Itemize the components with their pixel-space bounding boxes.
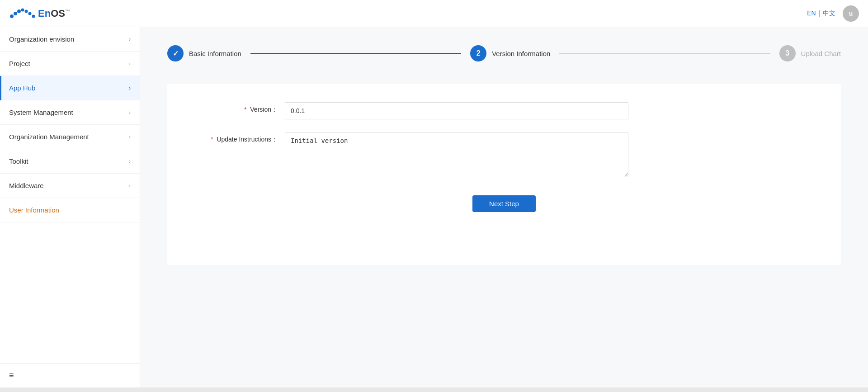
lang-en[interactable]: EN [807,9,816,17]
next-step-button[interactable]: Next Step [472,195,536,212]
lang-separator: | [818,9,820,17]
version-row: * Version： [194,102,814,119]
sidebar-item-user-information[interactable]: User Information [0,198,140,222]
sidebar-item-project[interactable]: Project › [0,52,140,76]
step-3-number: 3 [785,49,789,57]
svg-point-2 [17,9,21,13]
step-1-circle: ✓ [167,45,184,61]
top-header: EnOS™ EN | 中文 u [0,0,868,27]
svg-point-3 [21,8,24,11]
svg-point-5 [28,12,32,15]
step-connector-2 [559,53,770,54]
version-label: * Version： [194,102,285,114]
sidebar-collapse-button[interactable]: ≡ [0,363,140,387]
chevron-icon: › [129,109,131,116]
sidebar-item-app-hub[interactable]: App Hub › [0,76,140,100]
sidebar-item-toolkit[interactable]: Toolkit › [0,149,140,174]
logo-svg [9,7,36,20]
user-avatar[interactable]: u [843,5,859,22]
svg-point-0 [10,14,14,18]
step-3-label: Upload Chart [801,50,841,57]
step-2-circle: 2 [470,45,486,61]
step-1-label: Basic Information [189,50,241,57]
step-upload-chart: 3 Upload Chart [779,45,841,61]
update-label: * Update Instructions： [194,132,285,144]
sidebar-item-system-management[interactable]: System Management › [0,100,140,125]
sidebar-label-toolkit: Toolkit [9,157,28,165]
svg-point-6 [32,14,35,18]
update-required: * [211,136,213,143]
sidebar-label-project: Project [9,60,30,67]
step-3-circle: 3 [779,45,796,61]
collapse-icon: ≡ [9,371,14,380]
sidebar-label-middleware: Middleware [9,182,44,189]
chevron-icon: › [129,36,131,43]
svg-point-4 [25,9,28,13]
version-input[interactable] [285,102,628,119]
sidebar-item-organization-management[interactable]: Organization Management › [0,125,140,149]
sidebar-item-organization-envision[interactable]: Organization envision › [0,27,140,52]
chevron-icon: › [129,61,131,67]
bottom-bar [0,387,868,392]
lang-zh[interactable]: 中文 [823,9,835,17]
sidebar-label-organization-management: Organization Management [9,133,89,141]
step-basic-information: ✓ Basic Information [167,45,241,61]
version-form: * Version： * Update Instructions： Initia… [167,84,841,265]
sidebar-label-app-hub: App Hub [9,84,35,92]
chevron-icon: › [129,134,131,140]
logo-dots [9,7,36,20]
chevron-icon: › [129,183,131,189]
sidebar: Organization envision › Project › App Hu… [0,27,140,387]
update-instructions-textarea[interactable]: Initial version [285,132,628,177]
update-instructions-row: * Update Instructions： Initial version [194,132,814,177]
step-1-check: ✓ [173,49,179,58]
update-label-text: Update Instructions： [217,136,278,143]
svg-point-1 [14,12,17,15]
main-content: ✓ Basic Information 2 Version Informatio… [140,27,868,387]
step-version-information: 2 Version Information [470,45,550,61]
logo-text: EnOS™ [38,8,70,19]
layout: Organization envision › Project › App Hu… [0,27,868,387]
sidebar-item-middleware[interactable]: Middleware › [0,174,140,198]
language-switcher[interactable]: EN | 中文 [807,9,835,18]
chevron-icon: › [129,85,131,91]
header-right: EN | 中文 u [807,5,859,22]
version-required: * [244,106,246,113]
sidebar-label-user-information: User Information [9,206,59,214]
step-indicator: ✓ Basic Information 2 Version Informatio… [167,45,841,61]
chevron-icon: › [129,158,131,165]
version-label-text: Version： [250,106,278,113]
step-connector-1 [250,53,461,54]
step-2-label: Version Information [492,50,550,57]
logo: EnOS™ [9,7,70,20]
sidebar-label-system-management: System Management [9,109,73,116]
sidebar-label-organization-envision: Organization envision [9,35,74,43]
step-2-number: 2 [476,49,481,57]
